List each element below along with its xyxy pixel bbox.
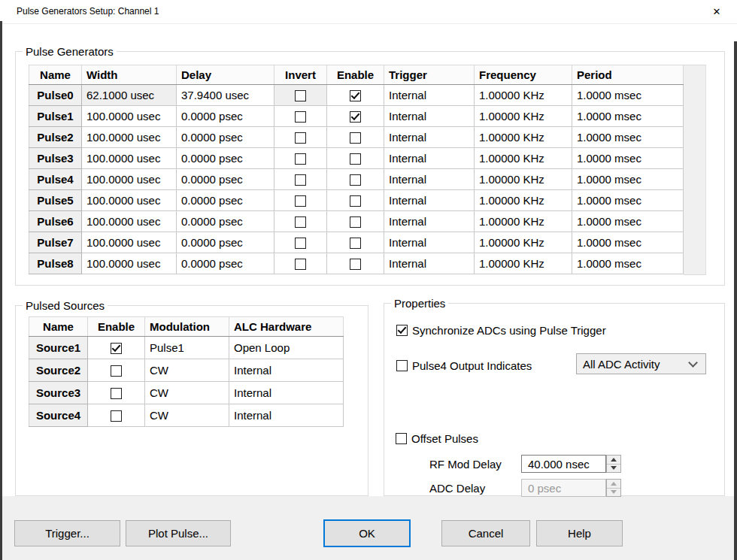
delay-cell[interactable]: 0.0000 psec bbox=[177, 253, 274, 274]
modulation-cell[interactable]: CW bbox=[145, 382, 229, 404]
enable-checkbox[interactable] bbox=[350, 259, 361, 270]
enable-checkbox[interactable] bbox=[350, 90, 361, 101]
row-name: Pulse2 bbox=[29, 127, 82, 148]
adc-activity-select[interactable]: All ADC Activity bbox=[576, 353, 706, 374]
table-scroll-area[interactable] bbox=[684, 65, 706, 275]
trigger-cell[interactable]: Internal bbox=[384, 106, 475, 127]
width-cell[interactable]: 100.0000 usec bbox=[82, 106, 177, 127]
cancel-button[interactable]: Cancel bbox=[441, 520, 530, 546]
source-row-source1: Source1Pulse1Open Loop bbox=[29, 337, 344, 359]
delay-cell[interactable]: 0.0000 psec bbox=[177, 148, 274, 169]
trigger-cell[interactable]: Internal bbox=[384, 169, 475, 190]
width-cell[interactable]: 62.1000 usec bbox=[82, 85, 177, 106]
width-cell[interactable]: 100.0000 usec bbox=[82, 190, 177, 211]
alc_hardware-cell[interactable]: Internal bbox=[229, 359, 344, 382]
window-title: Pulse Generators Setup: Channel 1 bbox=[17, 0, 159, 23]
delay-cell[interactable]: 0.0000 psec bbox=[177, 169, 274, 190]
frequency-cell[interactable]: 1.00000 KHz bbox=[475, 106, 572, 127]
frequency-cell[interactable]: 1.00000 KHz bbox=[475, 85, 572, 106]
delay-cell[interactable]: 37.9400 usec bbox=[177, 85, 274, 106]
enable-checkbox[interactable] bbox=[350, 153, 361, 165]
invert-checkbox[interactable] bbox=[295, 195, 306, 207]
invert-checkbox[interactable] bbox=[295, 153, 306, 165]
enable-checkbox[interactable] bbox=[111, 365, 122, 377]
delay-cell[interactable]: 0.0000 psec bbox=[177, 232, 274, 253]
offset-pulses-row: Offset Pulses bbox=[396, 431, 478, 445]
width-cell[interactable]: 100.0000 usec bbox=[82, 127, 177, 148]
frequency-cell[interactable]: 1.00000 KHz bbox=[475, 169, 572, 190]
delay-cell[interactable]: 0.0000 psec bbox=[177, 106, 274, 127]
modulation-cell[interactable]: CW bbox=[145, 404, 229, 427]
sync-adcs-checkbox[interactable] bbox=[396, 325, 408, 336]
period-cell[interactable]: 1.0000 msec bbox=[572, 106, 684, 127]
delay-cell[interactable]: 0.0000 psec bbox=[177, 211, 274, 232]
invert-checkbox[interactable] bbox=[295, 259, 306, 270]
pulse-generators-header-row: NameWidthDelayInvertEnableTriggerFrequen… bbox=[29, 65, 684, 85]
help-button[interactable]: Help bbox=[536, 520, 623, 546]
trigger-cell[interactable]: Internal bbox=[384, 127, 475, 148]
period-cell[interactable]: 1.0000 msec bbox=[572, 232, 684, 253]
period-cell[interactable]: 1.0000 msec bbox=[572, 211, 684, 232]
offset-pulses-checkbox[interactable] bbox=[396, 433, 407, 444]
enable-checkbox[interactable] bbox=[350, 174, 361, 186]
close-icon[interactable]: ✕ bbox=[704, 0, 729, 23]
period-cell[interactable]: 1.0000 msec bbox=[572, 190, 684, 211]
trigger-cell[interactable]: Internal bbox=[384, 211, 475, 232]
enable-checkbox[interactable] bbox=[350, 216, 361, 228]
frequency-cell[interactable]: 1.00000 KHz bbox=[475, 211, 572, 232]
period-cell[interactable]: 1.0000 msec bbox=[572, 253, 684, 274]
period-cell[interactable]: 1.0000 msec bbox=[572, 127, 684, 148]
width-cell[interactable]: 100.0000 usec bbox=[82, 148, 177, 169]
frequency-cell[interactable]: 1.00000 KHz bbox=[475, 232, 572, 253]
invert-checkbox[interactable] bbox=[295, 132, 306, 144]
plot-pulse-button[interactable]: Plot Pulse... bbox=[126, 520, 231, 546]
enable-checkbox[interactable] bbox=[111, 410, 122, 422]
pulsed-sources-group-label: Pulsed Sources bbox=[23, 299, 108, 312]
invert-checkbox[interactable] bbox=[295, 216, 306, 228]
enable-checkbox[interactable] bbox=[350, 238, 361, 249]
trigger-cell[interactable]: Internal bbox=[384, 232, 475, 253]
alc_hardware-cell[interactable]: Internal bbox=[229, 382, 344, 404]
trigger-cell[interactable]: Internal bbox=[384, 253, 475, 274]
width-cell[interactable]: 100.0000 usec bbox=[82, 253, 177, 274]
enable-cell bbox=[327, 211, 384, 232]
spin-up-icon[interactable] bbox=[607, 456, 620, 464]
spin-down-icon[interactable] bbox=[607, 464, 620, 473]
width-cell[interactable]: 100.0000 usec bbox=[82, 169, 177, 190]
width-cell[interactable]: 100.0000 usec bbox=[82, 232, 177, 253]
frequency-cell[interactable]: 1.00000 KHz bbox=[475, 190, 572, 211]
alc_hardware-cell[interactable]: Open Loop bbox=[229, 337, 344, 359]
enable-checkbox[interactable] bbox=[350, 195, 361, 207]
enable-checkbox[interactable] bbox=[111, 388, 122, 399]
trigger-cell[interactable]: Internal bbox=[384, 148, 475, 169]
delay-cell[interactable]: 0.0000 psec bbox=[177, 127, 274, 148]
frequency-cell[interactable]: 1.00000 KHz bbox=[475, 253, 572, 274]
invert-cell bbox=[274, 232, 327, 253]
enable-checkbox[interactable] bbox=[350, 111, 361, 123]
period-cell[interactable]: 1.0000 msec bbox=[572, 148, 684, 169]
invert-checkbox[interactable] bbox=[295, 111, 306, 123]
rf-mod-delay-field[interactable] bbox=[521, 455, 606, 473]
frequency-cell[interactable]: 1.00000 KHz bbox=[475, 127, 572, 148]
invert-checkbox[interactable] bbox=[295, 174, 306, 186]
period-cell[interactable]: 1.0000 msec bbox=[572, 85, 684, 106]
enable-checkbox[interactable] bbox=[350, 132, 361, 144]
alc_hardware-cell[interactable]: Internal bbox=[229, 404, 344, 427]
period-cell[interactable]: 1.0000 msec bbox=[572, 169, 684, 190]
trigger-button[interactable]: Trigger... bbox=[14, 520, 120, 546]
invert-checkbox[interactable] bbox=[295, 90, 306, 101]
column-header-enable: Enable bbox=[88, 317, 145, 337]
modulation-cell[interactable]: Pulse1 bbox=[145, 337, 229, 359]
enable-checkbox[interactable] bbox=[111, 343, 122, 354]
width-cell[interactable]: 100.0000 usec bbox=[82, 211, 177, 232]
column-header-width: Width bbox=[82, 65, 177, 85]
pulse4-output-checkbox[interactable] bbox=[396, 360, 408, 371]
trigger-cell[interactable]: Internal bbox=[384, 190, 475, 211]
trigger-cell[interactable]: Internal bbox=[384, 85, 475, 106]
frequency-cell[interactable]: 1.00000 KHz bbox=[475, 148, 572, 169]
ok-button[interactable]: OK bbox=[323, 519, 411, 547]
invert-checkbox[interactable] bbox=[295, 238, 306, 249]
delay-cell[interactable]: 0.0000 psec bbox=[177, 190, 274, 211]
adc-delay-field bbox=[521, 479, 606, 497]
modulation-cell[interactable]: CW bbox=[145, 359, 229, 382]
